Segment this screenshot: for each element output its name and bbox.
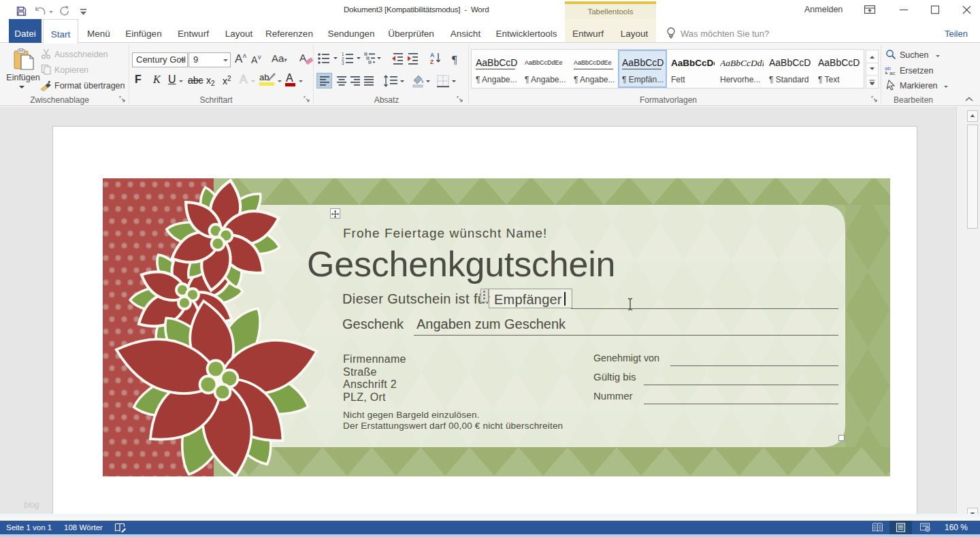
svg-text:ac: ac <box>889 70 895 76</box>
svg-text:A: A <box>430 52 434 59</box>
svg-text:¶: ¶ <box>452 53 457 66</box>
svg-text:Z: Z <box>430 59 434 65</box>
svg-text:3: 3 <box>342 61 344 65</box>
